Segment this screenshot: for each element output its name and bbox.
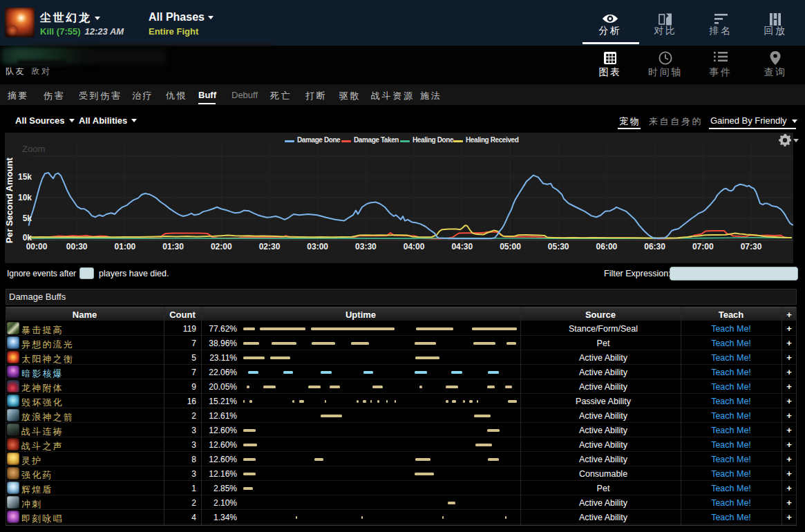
svg-text:03:00: 03:00 <box>307 242 328 251</box>
svg-text:05:00: 05:00 <box>500 242 521 251</box>
svg-text:07:00: 07:00 <box>692 242 714 251</box>
svg-text:10k: 10k <box>18 193 32 202</box>
svg-text:02:00: 02:00 <box>211 242 232 251</box>
svg-text:04:30: 04:30 <box>451 242 473 251</box>
svg-text:Per Second Amount: Per Second Amount <box>4 157 15 243</box>
svg-text:05:30: 05:30 <box>548 242 569 251</box>
svg-text:06:30: 06:30 <box>644 242 665 251</box>
svg-text:01:00: 01:00 <box>115 242 136 251</box>
svg-text:15k: 15k <box>18 172 32 182</box>
svg-text:02:30: 02:30 <box>259 242 281 251</box>
svg-text:00:30: 00:30 <box>66 242 88 251</box>
svg-text:0k: 0k <box>23 233 32 243</box>
svg-text:04:00: 04:00 <box>404 242 425 251</box>
svg-text:00:00: 00:00 <box>26 242 48 251</box>
svg-text:5k: 5k <box>23 213 32 223</box>
svg-text:01:30: 01:30 <box>162 242 184 251</box>
svg-text:03:30: 03:30 <box>355 242 377 251</box>
svg-text:06:00: 06:00 <box>596 242 618 251</box>
svg-text:07:30: 07:30 <box>741 242 762 251</box>
